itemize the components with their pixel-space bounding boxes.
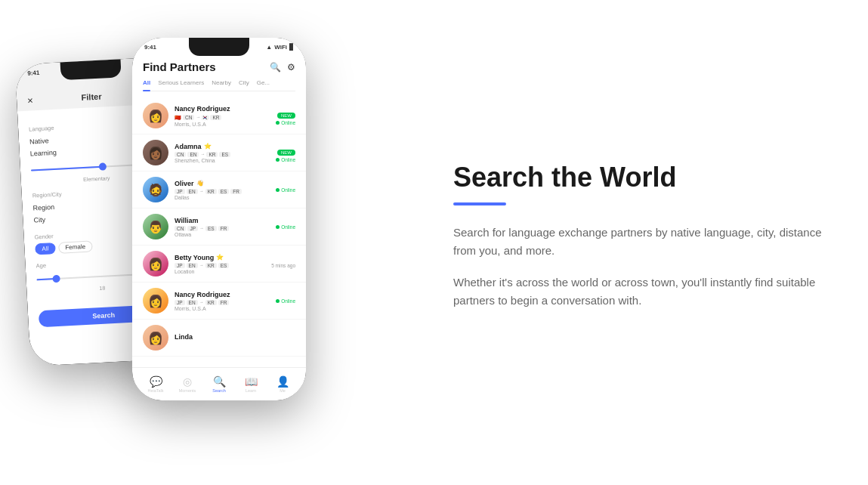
nav-learn-label: Learn — [246, 388, 256, 393]
partner-info: Oliver 👋 JP EN → KR ES FR Dallas — [175, 180, 270, 200]
right-section: Search the World Search for language exc… — [423, 131, 868, 353]
avatar: 👩 — [143, 103, 168, 128]
partner-location: Dallas — [175, 195, 270, 200]
section-underline — [453, 202, 506, 205]
partner-info: Nancy Rodriguez 🇨🇳 CN → 🇰🇷 KR Morris, U.… — [175, 105, 270, 127]
partner-name: Linda — [175, 333, 193, 341]
online-indicator: Online — [276, 157, 295, 162]
tab-serious[interactable]: Serious Learners — [158, 79, 204, 86]
time-ago: 5 mins ago — [271, 263, 295, 268]
section-desc-1: Search for language exchange partners by… — [453, 224, 823, 260]
nav-learn[interactable]: 📖 Learn — [235, 375, 267, 393]
partner-status: Online — [276, 298, 295, 304]
partner-langs: JP EN → KR FR — [175, 300, 270, 305]
partner-name: Betty Young — [175, 254, 214, 261]
partner-info: Betty Young ⭐ JP EN → KR ES Location — [175, 254, 265, 274]
phone-front: 9:41 ▲ WiFi ▊ Find Partners 🔍 ⚙ All — [132, 38, 306, 400]
me-icon: 👤 — [276, 375, 289, 388]
partner-info: William CN JP → ES FR Ottawa — [175, 217, 270, 237]
nav-me[interactable]: 👤 Me — [267, 375, 298, 393]
list-item[interactable]: 👩🏾 Adamna ⭐ CN EN → KR ES — [132, 134, 306, 171]
partner-name: William — [175, 217, 198, 224]
partner-status: Online — [276, 187, 295, 193]
partner-name: Oliver — [175, 180, 194, 187]
partner-langs: CN JP → ES FR — [175, 226, 270, 231]
find-title: Find Partners — [143, 60, 216, 73]
partner-status: 5 mins ago — [271, 257, 295, 270]
avatar: 👩🏾 — [143, 140, 168, 165]
filter-title: Filter — [81, 92, 101, 102]
partner-status: NEW Online — [276, 107, 295, 125]
online-indicator: Online — [276, 298, 295, 304]
avatar: 👩 — [143, 325, 168, 351]
partner-name: Nancy Rodriguez — [175, 291, 230, 298]
left-section: 9:41 ▋ ▲ ▊ ✕ Filter Language Native Lear… — [0, 0, 423, 485]
list-item[interactable]: 👩 Nancy Rodriguez 🇨🇳 CN → 🇰🇷 KR — [132, 97, 306, 134]
front-status-bar: 9:41 ▲ WiFi ▊ — [132, 44, 306, 51]
back-status-time: 9:41 — [27, 70, 39, 77]
nav-me-label: Me — [280, 388, 286, 393]
front-status-icons: ▲ WiFi ▊ — [266, 44, 294, 51]
partner-info: Adamna ⭐ CN EN → KR ES Shenzhen, China — [175, 143, 270, 163]
bottom-nav: 💬 HeiaTalk ◎ Moments 🔍 Search 📖 Learn 👤 — [132, 367, 306, 400]
list-item[interactable]: 👩 Nancy Rodriguez JP EN → KR FR — [132, 283, 306, 320]
gender-all-btn[interactable]: All — [35, 242, 56, 255]
learn-icon: 📖 — [245, 375, 258, 388]
avatar: 👩 — [143, 251, 168, 276]
tab-nearby[interactable]: Nearby — [212, 79, 231, 86]
tab-city[interactable]: City — [239, 79, 249, 86]
partner-langs: 🇨🇳 CN → 🇰🇷 KR — [175, 114, 270, 121]
avatar: 👩 — [143, 288, 168, 314]
online-indicator: Online — [276, 120, 295, 125]
tab-all[interactable]: All — [143, 79, 150, 86]
partner-location: Morris, U.S.A — [175, 122, 270, 127]
new-badge: NEW — [277, 150, 295, 156]
avatar: 🧔 — [143, 177, 168, 202]
section-desc-2: Whether it's across the world or across … — [453, 273, 823, 310]
partner-location: Morris, U.S.A — [175, 306, 270, 311]
partner-name: Adamna — [175, 143, 202, 150]
find-screen: 9:41 ▲ WiFi ▊ Find Partners 🔍 ⚙ All — [132, 38, 306, 400]
gender-female-btn[interactable]: Female — [58, 240, 92, 253]
list-item[interactable]: 👩 Betty Young ⭐ JP EN → KR ES — [132, 246, 306, 283]
find-title-row: Find Partners 🔍 ⚙ — [143, 60, 295, 73]
nav-moments[interactable]: ◎ Moments — [171, 375, 203, 393]
heia-icon: 💬 — [150, 375, 162, 388]
filter-icon[interactable]: ⚙ — [287, 62, 295, 73]
partner-info: Linda — [175, 333, 295, 342]
nav-search-label: Search — [212, 388, 225, 393]
nav-moments-label: Moments — [179, 388, 196, 393]
online-indicator: Online — [276, 187, 295, 193]
filter-close[interactable]: ✕ — [27, 96, 34, 104]
partner-location: Location — [175, 269, 265, 274]
partner-info: Nancy Rodriguez JP EN → KR FR Morris, U.… — [175, 291, 270, 311]
online-indicator: Online — [276, 224, 295, 230]
list-item[interactable]: 👩 Linda — [132, 320, 306, 357]
front-status-time: 9:41 — [144, 44, 156, 51]
find-tabs: All Serious Learners Nearby City Ge... — [143, 79, 295, 91]
nav-search[interactable]: 🔍 Search — [203, 375, 235, 393]
new-badge: NEW — [277, 113, 295, 119]
partner-location: Ottawa — [175, 232, 270, 237]
partner-langs: CN EN → KR ES — [175, 152, 270, 157]
avatar: 👨 — [143, 214, 168, 239]
partner-name: Nancy Rodriguez — [175, 105, 230, 113]
partner-list: 👩 Nancy Rodriguez 🇨🇳 CN → 🇰🇷 KR — [132, 97, 306, 357]
list-item[interactable]: 🧔 Oliver 👋 JP EN → KR ES — [132, 171, 306, 209]
tab-ge[interactable]: Ge... — [257, 79, 270, 86]
section-title: Search the World — [453, 162, 823, 193]
moments-icon: ◎ — [183, 375, 192, 388]
find-header-icons: 🔍 ⚙ — [270, 62, 295, 73]
list-item[interactable]: 👨 William CN JP → ES FR Ottaw — [132, 209, 306, 246]
partner-status: NEW Online — [276, 144, 295, 162]
search-nav-icon: 🔍 — [213, 375, 226, 388]
partner-langs: JP EN → KR ES FR — [175, 189, 270, 194]
search-icon[interactable]: 🔍 — [270, 62, 281, 73]
partner-location: Shenzhen, China — [175, 158, 270, 163]
partner-status: Online — [276, 224, 295, 230]
nav-heia[interactable]: 💬 HeiaTalk — [140, 375, 171, 393]
nav-heia-label: HeiaTalk — [147, 388, 163, 393]
partner-langs: JP EN → KR ES — [175, 263, 265, 268]
